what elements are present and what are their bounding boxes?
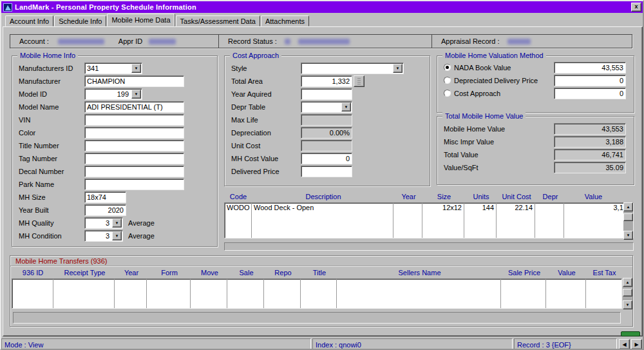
model-id-combo[interactable]: 199 ▼ [84, 88, 142, 100]
scroll-down-icon[interactable]: ▼ [623, 300, 632, 309]
record-status-value-redacted [298, 39, 350, 44]
column-header: Title [301, 269, 337, 277]
depreciated-delivery-price-input[interactable]: 0 [554, 75, 626, 86]
combo-value: 341 [85, 64, 131, 72]
color-input[interactable] [84, 127, 184, 139]
previous-record-button[interactable]: ◀ [619, 339, 630, 349]
misc-impr-value-field: 3,188 [554, 136, 626, 148]
account-value-redacted [58, 39, 104, 44]
tab-mobile-home-data[interactable]: Mobile Home Data [107, 14, 175, 26]
column-header: Year [394, 193, 423, 200]
input-value: 43,553 [554, 64, 625, 72]
area-lookup-button[interactable] [354, 75, 365, 87]
scroll-up-icon[interactable]: ▲ [623, 202, 633, 211]
column-header: Unit Cost [497, 193, 536, 200]
field-label: Total Value [444, 151, 554, 159]
title-bar[interactable]: LandMark - Personal Property Schedule In… [1, 1, 643, 13]
year-acquired-input[interactable] [301, 88, 352, 100]
cost-approach-value-input[interactable]: 0 [554, 88, 626, 99]
cell-move [191, 279, 227, 308]
nada-book-value-input[interactable]: 43,553 [554, 62, 626, 73]
field-label: Max Life [231, 116, 301, 124]
combo-value: 3 [85, 219, 111, 227]
title-number-input[interactable] [84, 140, 184, 151]
scroll-up-icon[interactable]: ▲ [623, 278, 632, 287]
decal-number-input[interactable] [84, 166, 184, 177]
field-label: Depreciation [231, 129, 301, 137]
field-label: Model Name [19, 103, 84, 111]
field-label: Manufacturer [19, 77, 84, 85]
tab-schedule-info[interactable]: Schedule Info [54, 15, 106, 26]
close-button[interactable]: x [631, 3, 641, 12]
scroll-track[interactable] [623, 211, 633, 231]
value-sqft-field: 35.09 [554, 162, 626, 173]
field-value: 43,553 [554, 125, 625, 133]
year-built-input[interactable]: 2020 [84, 204, 126, 216]
appr-id-label: Appr ID [118, 37, 142, 45]
app-icon [3, 3, 12, 12]
cell-repo [264, 279, 301, 308]
chevron-down-icon[interactable]: ▼ [393, 64, 402, 73]
style-combo[interactable]: ▼ [301, 63, 404, 74]
scroll-thumb[interactable] [623, 213, 633, 221]
cell-value: 3,188 [564, 203, 633, 238]
field-label: Delivered Price [231, 168, 301, 175]
chevron-down-icon[interactable]: ▼ [112, 231, 122, 240]
transfers-scrollbar[interactable]: ▲ ▼ [623, 278, 632, 309]
field-value: 35.09 [554, 164, 625, 171]
manufacturer-input[interactable]: CHAMPION [84, 75, 184, 87]
total-area-input[interactable]: 1,332 [301, 75, 352, 87]
chevron-down-icon[interactable]: ▼ [131, 64, 141, 73]
delivered-price-input[interactable] [301, 166, 352, 177]
cost-approach-radio[interactable] [444, 90, 451, 97]
cost-approach-group: Cost Approach Style ▼ Total Area 1,332 Y… [224, 55, 430, 186]
depreciated-delivery-price-radio[interactable] [444, 77, 451, 84]
combo-value: 199 [85, 90, 131, 98]
radio-label: NADA Book Value [454, 64, 554, 72]
column-header: Depr [536, 193, 565, 200]
vin-input[interactable] [84, 114, 184, 126]
mh-size-input[interactable]: 18x74 [84, 191, 126, 203]
field-label: MH Quality [19, 219, 84, 227]
chevron-down-icon[interactable]: ▼ [341, 102, 351, 112]
tab-attachments[interactable]: Attachments [261, 15, 309, 26]
mh-condition-combo[interactable]: 3 ▼ [84, 230, 123, 242]
cell-sale-price [501, 279, 546, 308]
misc-table-footer-strip [224, 242, 634, 251]
scroll-thumb[interactable] [623, 289, 632, 297]
nada-book-value-radio[interactable] [444, 64, 451, 71]
account-section: Account : Appr ID [10, 35, 219, 48]
model-name-input[interactable]: ADI PRESIDENTIAL (T) [84, 101, 184, 113]
tag-number-input[interactable] [84, 153, 184, 164]
status-record: Record : 3 {EOF} [514, 338, 617, 350]
tab-account-info[interactable]: Account Info [5, 15, 53, 26]
tab-bar: Account Info Schedule Info Mobile Home D… [5, 14, 310, 26]
field-value: 3,188 [554, 138, 625, 146]
mh-quality-combo[interactable]: 3 ▼ [84, 217, 123, 229]
record-position-indicator [621, 331, 640, 336]
status-index: Index : qnowi0 [312, 338, 513, 350]
tab-tasks-assessment-data[interactable]: Tasks/Assessment Data [176, 15, 260, 26]
field-label: Unit Cost [231, 142, 301, 150]
transfers-header: 936 ID Receipt Type Year Form Move Sale … [12, 267, 622, 278]
misc-table-scrollbar[interactable]: ▲ ▼ [623, 202, 633, 240]
column-header: Sale Price [502, 269, 547, 277]
park-name-input[interactable] [84, 179, 184, 190]
column-header: Sale [228, 269, 265, 277]
depr-table-combo[interactable]: ▼ [301, 101, 352, 113]
scroll-track[interactable] [623, 287, 632, 300]
field-label: Style [231, 64, 301, 72]
column-header: Units [465, 193, 497, 200]
chevron-down-icon[interactable]: ▼ [112, 219, 122, 228]
field-label: VIN [19, 116, 84, 124]
field-label: Decal Number [19, 168, 84, 175]
chevron-down-icon[interactable]: ▼ [131, 90, 141, 99]
next-record-button[interactable]: ▶ [631, 339, 642, 349]
transfers-empty-row[interactable] [12, 278, 622, 309]
scroll-down-icon[interactable]: ▼ [623, 231, 633, 240]
table-row[interactable]: WODO Wood Deck - Open 12x12 144 22.14 3,… [224, 202, 634, 238]
field-label: Year Aquired [231, 90, 301, 98]
mh-cost-value-input[interactable]: 0 [301, 153, 352, 164]
misc-table-header: Code Description Year Size Units Unit Co… [224, 191, 634, 202]
manufacturers-id-combo[interactable]: 341 ▼ [84, 63, 142, 74]
